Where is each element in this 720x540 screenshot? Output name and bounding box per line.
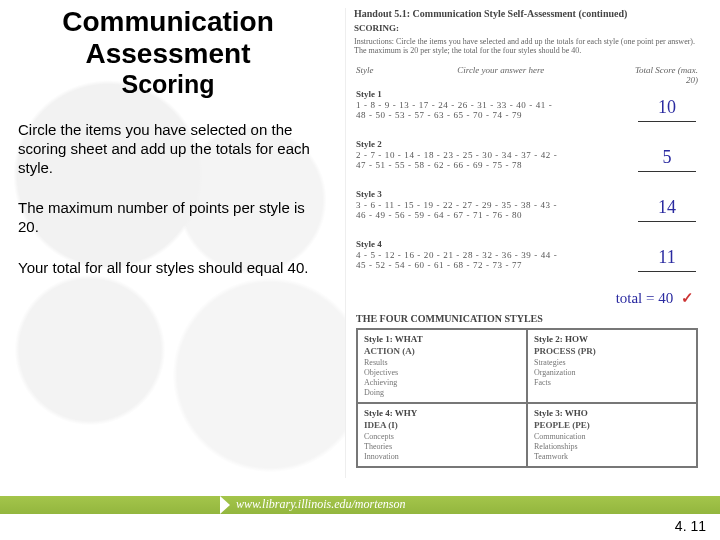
title-line-2: Assessment	[18, 38, 318, 70]
quad-head: Style 2: HOW	[534, 334, 690, 344]
total-text: total = 40	[616, 290, 674, 306]
handout-title: Handout 5.1: Communication Style Self-As…	[354, 8, 708, 19]
quad-sub: ACTION (A)	[364, 346, 520, 356]
slide-number: 4. 11	[675, 518, 706, 534]
style-row-1: Style 1 1 - 8 - 9 - 13 - 17 - 24 - 26 - …	[356, 89, 698, 135]
footer-triangle-icon	[220, 496, 230, 514]
col-circle: Circle your answer here	[457, 65, 544, 85]
title-line-1: Communication	[18, 6, 318, 38]
title-line-3: Scoring	[18, 70, 318, 99]
footer-bar: www.library.illinois.edu/mortenson	[0, 496, 720, 514]
scoring-instructions: Instructions: Circle the items you have …	[354, 37, 700, 55]
quad-cell-3: Style 4: WHY IDEA (I) Concepts Theories …	[357, 403, 527, 467]
style-row-4: Style 4 4 - 5 - 12 - 16 - 20 - 21 - 28 -…	[356, 239, 698, 285]
quad-lines: Concepts Theories Innovation	[364, 432, 520, 462]
quad-head: Style 3: WHO	[534, 408, 690, 418]
slide-title: Communication Assessment Scoring	[18, 6, 318, 99]
scoring-columns: Style Circle your answer here Total Scor…	[356, 65, 698, 85]
body-para-2: The maximum number of points per style i…	[18, 199, 318, 237]
quad-lines: Communication Relationships Teamwork	[534, 432, 690, 462]
quad-cell-2: Style 2: HOW PROCESS (PR) Strategies Org…	[527, 329, 697, 403]
quad-lines: Results Objectives Achieving Doing	[364, 358, 520, 398]
body-para-3: Your total for all four styles should eq…	[18, 259, 318, 278]
footer-url: www.library.illinois.edu/mortenson	[236, 497, 405, 512]
quad-cell-1: Style 1: WHAT ACTION (A) Results Objecti…	[357, 329, 527, 403]
left-column: Communication Assessment Scoring Circle …	[18, 6, 318, 278]
checkmark-icon: ✓	[681, 290, 694, 306]
quad-lines: Strategies Organization Facts	[534, 358, 690, 388]
col-total: Total Score (max. 20)	[628, 65, 698, 85]
quad-cell-4: Style 3: WHO PEOPLE (PE) Communication R…	[527, 403, 697, 467]
quad-head: Style 1: WHAT	[364, 334, 520, 344]
style-score: 5	[638, 147, 696, 168]
body-para-1: Circle the items you have selected on th…	[18, 121, 318, 177]
handwritten-total: total = 40 ✓	[346, 289, 694, 307]
quad-sub: PEOPLE (PE)	[534, 420, 690, 430]
style-score: 10	[638, 97, 696, 118]
quad-title: THE FOUR COMMUNICATION STYLES	[356, 313, 708, 324]
style-score: 14	[638, 197, 696, 218]
quad-head: Style 4: WHY	[364, 408, 520, 418]
quad-sub: IDEA (I)	[364, 420, 520, 430]
handout-scan: Handout 5.1: Communication Style Self-As…	[345, 8, 708, 478]
scoring-heading: SCORING:	[354, 23, 708, 33]
style-row-2: Style 2 2 - 7 - 10 - 14 - 18 - 23 - 25 -…	[356, 139, 698, 185]
style-row-3: Style 3 3 - 6 - 11 - 15 - 19 - 22 - 27 -…	[356, 189, 698, 235]
quad-sub: PROCESS (PR)	[534, 346, 690, 356]
four-styles-grid: Style 1: WHAT ACTION (A) Results Objecti…	[356, 328, 698, 468]
col-style: Style	[356, 65, 374, 85]
style-score: 11	[638, 247, 696, 268]
